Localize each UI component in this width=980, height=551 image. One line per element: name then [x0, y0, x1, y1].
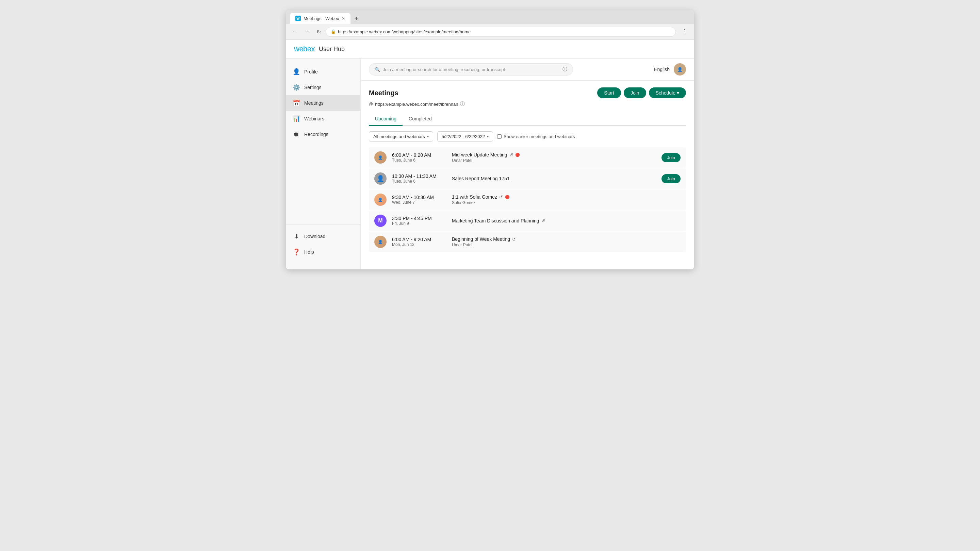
- search-info-icon[interactable]: ⓘ: [563, 66, 567, 73]
- earlier-meetings-checkbox-label[interactable]: Show earlier meetings and webinars: [497, 134, 575, 139]
- meeting-join-button[interactable]: Join: [662, 153, 681, 162]
- forward-button[interactable]: →: [302, 27, 312, 36]
- meeting-info: Sales Report Meeting 1751: [452, 176, 656, 181]
- meeting-time: 6:00 AM - 9:20 AM Mon, Jun 12: [392, 237, 447, 247]
- meeting-time-range: 6:00 AM - 9:20 AM: [392, 152, 447, 158]
- avatar-initial: M: [378, 218, 382, 224]
- tab-upcoming-label: Upcoming: [375, 116, 396, 121]
- tab-close-button[interactable]: ×: [342, 16, 345, 21]
- avatar-initial: 👤: [378, 156, 383, 160]
- meeting-avatar: 👤: [374, 236, 387, 248]
- recur-icon: ↺: [541, 218, 545, 224]
- meeting-row: M 3:30 PM - 4:45 PM Fri, Jun 9 Marketing…: [369, 211, 686, 231]
- sidebar-item-settings[interactable]: ⚙️ Settings: [286, 79, 360, 95]
- search-icon: 🔍: [375, 67, 380, 72]
- schedule-button[interactable]: Schedule ▾: [649, 87, 686, 98]
- meeting-host: Umar Patel: [452, 158, 656, 163]
- sidebar-item-download[interactable]: ⬇ Download: [286, 229, 360, 244]
- app-container: webex User Hub 👤 Profile ⚙️ Settings: [286, 40, 694, 269]
- meetings-icon: 📅: [293, 99, 300, 107]
- flag-icon: 🔴: [515, 153, 520, 157]
- meeting-avatar: 👤: [374, 172, 387, 185]
- meeting-date: Tues, June 6: [392, 158, 447, 163]
- profile-icon: 👤: [293, 68, 300, 76]
- meeting-date: Mon, Jun 12: [392, 242, 447, 247]
- meeting-name: 1:1 with Sofia Gomez ↺ 🔴: [452, 194, 681, 200]
- recur-icon: ↺: [512, 237, 516, 242]
- meeting-time-range: 10:30 AM - 11:30 AM: [392, 173, 447, 179]
- back-button[interactable]: ←: [290, 27, 299, 36]
- meeting-date: Wed, June 7: [392, 200, 447, 205]
- app-header: webex User Hub: [286, 40, 694, 59]
- meeting-date: Fri, Jun 9: [392, 221, 447, 226]
- meeting-link-info-icon[interactable]: ⓘ: [460, 101, 465, 107]
- webex-logo-text: webex: [294, 44, 315, 53]
- meeting-type-filter[interactable]: All meetings and webinars ▾: [369, 131, 433, 142]
- active-tab[interactable]: W Meetings - Webex ×: [290, 13, 350, 24]
- sidebar-item-meetings[interactable]: 📅 Meetings: [286, 95, 360, 111]
- tab-upcoming[interactable]: Upcoming: [369, 113, 402, 126]
- meeting-time: 3:30 PM - 4:45 PM Fri, Jun 9: [392, 216, 447, 226]
- meetings-list: 👤 6:00 AM - 9:20 AM Tues, June 6 Mid-wee…: [369, 147, 686, 252]
- schedule-label: Schedule: [656, 90, 675, 95]
- filter-date-chevron-icon: ▾: [487, 135, 488, 138]
- earlier-meetings-checkbox[interactable]: [497, 134, 501, 139]
- meeting-time-range: 9:30 AM - 10:30 AM: [392, 195, 447, 200]
- meeting-date: Tues, June 6: [392, 179, 447, 184]
- date-range-label: 5/22/2022 - 6/22/2022: [442, 134, 485, 139]
- browser-tabs-bar: W Meetings - Webex × +: [286, 10, 694, 24]
- meeting-info: 1:1 with Sofia Gomez ↺ 🔴 Sofia Gomez: [452, 194, 681, 205]
- webex-logo: webex: [294, 44, 315, 53]
- meeting-info: Beginning of Week Meeting ↺ Umar Patel: [452, 237, 681, 247]
- sidebar-item-help[interactable]: ❓ Help: [286, 244, 360, 260]
- language-selector[interactable]: English: [654, 67, 670, 72]
- meeting-time-range: 3:30 PM - 4:45 PM: [392, 216, 447, 221]
- meeting-avatar: 👤: [374, 194, 387, 206]
- filters-row: All meetings and webinars ▾ 5/22/2022 - …: [369, 131, 686, 142]
- sidebar-label-settings: Settings: [304, 85, 321, 90]
- sidebar-label-download: Download: [304, 233, 325, 239]
- sidebar-bottom: ⬇ Download ❓ Help: [286, 224, 360, 264]
- tab-completed-label: Completed: [409, 116, 432, 121]
- meeting-link-url[interactable]: https://example.webex.com/meet/ibrennan: [375, 102, 458, 107]
- download-icon: ⬇: [293, 233, 300, 240]
- header-actions: Start Join Schedule ▾: [597, 87, 686, 98]
- search-box[interactable]: 🔍 Join a meeting or search for a meeting…: [369, 63, 573, 76]
- filter-type-chevron-icon: ▾: [427, 135, 429, 138]
- lock-icon: 🔒: [331, 29, 336, 34]
- meeting-tabs: Upcoming Completed: [369, 113, 686, 126]
- user-avatar[interactable]: 👤: [674, 63, 686, 76]
- start-button[interactable]: Start: [597, 87, 621, 98]
- link-at-icon: @: [369, 102, 373, 106]
- meetings-section: Meetings Start Join Schedule ▾ @: [361, 81, 694, 259]
- sidebar-label-help: Help: [304, 249, 314, 255]
- sidebar-item-profile[interactable]: 👤 Profile: [286, 64, 360, 79]
- sidebar-nav: 👤 Profile ⚙️ Settings 📅 Meetings 📊 Webin…: [286, 64, 360, 224]
- browser-more-button[interactable]: ⋮: [679, 27, 690, 37]
- schedule-chevron-icon: ▾: [677, 90, 679, 95]
- meeting-name: Beginning of Week Meeting ↺: [452, 237, 681, 242]
- meeting-time: 6:00 AM - 9:20 AM Tues, June 6: [392, 152, 447, 163]
- meetings-title: Meetings: [369, 89, 398, 97]
- join-button[interactable]: Join: [624, 87, 646, 98]
- flag-icon: 🔴: [505, 195, 510, 199]
- date-range-filter[interactable]: 5/22/2022 - 6/22/2022 ▾: [437, 131, 493, 142]
- refresh-button[interactable]: ↻: [314, 27, 323, 37]
- meeting-link-row: @ https://example.webex.com/meet/ibrenna…: [369, 101, 686, 107]
- lang-user-area: English 👤: [654, 63, 686, 76]
- tab-completed[interactable]: Completed: [402, 113, 438, 126]
- avatar-initial: 👤: [378, 198, 383, 202]
- meeting-join-button[interactable]: Join: [662, 174, 681, 183]
- sidebar-item-recordings[interactable]: ⏺ Recordings: [286, 127, 360, 142]
- meeting-name: Marketing Team Discussion and Planning ↺: [452, 218, 681, 224]
- top-bar: 🔍 Join a meeting or search for a meeting…: [361, 59, 694, 81]
- webinars-icon: 📊: [293, 115, 300, 122]
- sidebar-item-webinars[interactable]: 📊 Webinars: [286, 111, 360, 127]
- meeting-avatar: M: [374, 214, 387, 227]
- search-placeholder-text: Join a meeting or search for a meeting, …: [383, 67, 560, 72]
- new-tab-button[interactable]: +: [352, 13, 361, 24]
- meeting-time: 10:30 AM - 11:30 AM Tues, June 6: [392, 173, 447, 184]
- url-bar[interactable]: 🔒 https://example.webex.com/webappng/sit…: [326, 27, 676, 37]
- meeting-avatar: 👤: [374, 151, 387, 164]
- meeting-time-range: 6:00 AM - 9:20 AM: [392, 237, 447, 242]
